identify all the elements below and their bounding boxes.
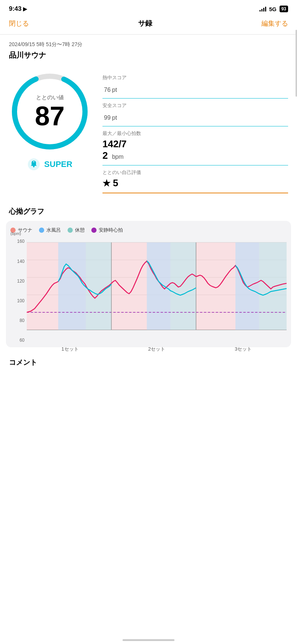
svg-rect-19 [235, 242, 259, 330]
svg-point-4 [33, 161, 35, 162]
graph-legend: サウナ 水風呂 休憩 安静時心拍 [10, 227, 287, 234]
self-eval-number: 5 [113, 177, 118, 189]
y-label-160: 160 [10, 239, 25, 244]
nav-bar: 閉じる サ録 編集する [0, 16, 297, 34]
heart-rate-number: 142/7 [102, 138, 127, 149]
concentration-label: 熱中スコア [102, 74, 288, 81]
x-label-2: 2セット [148, 346, 165, 352]
legend-rest-label: 休憩 [75, 227, 85, 234]
safety-label: 安全スコア [102, 102, 288, 109]
self-eval-label: ととのい自己評価 [102, 169, 288, 176]
edit-button[interactable]: 編集する [261, 19, 288, 28]
safety-value: 99pt [102, 110, 288, 122]
y-label-60: 60 [10, 338, 25, 343]
signal-bar-1 [260, 10, 261, 12]
y-label-80: 80 [10, 318, 25, 323]
heart-rate-label: 最大／最小心拍数 [102, 130, 288, 137]
graph-section-title: 心拗グラフ [0, 201, 297, 221]
legend-cold: 水風呂 [39, 227, 61, 234]
status-bar: 9:43 ▶ 5G 93 [0, 0, 297, 16]
session-place: 品川サウナ [9, 50, 288, 60]
session-date: 2024/09/15 5時 51分〜7時 27分 [9, 41, 288, 48]
status-time: 9:43 ▶ [9, 5, 27, 13]
stats-section: ととのい値 87 SUPER 熱中スコア 76pt 安全ス [0, 65, 297, 201]
comment-section: コメント [0, 355, 297, 378]
nav-title: サ録 [138, 19, 152, 28]
signal-bar-4 [265, 7, 266, 12]
circle-gauge-container: ととのい値 87 SUPER [9, 71, 91, 171]
svg-rect-17 [170, 242, 196, 330]
self-eval: ととのい自己評価 ★ 5 [102, 165, 288, 193]
star-icon: ★ [102, 178, 111, 189]
safety-unit: pt [112, 115, 117, 121]
location-icon: ▶ [23, 6, 27, 12]
y-label-140: 140 [10, 259, 25, 264]
legend-dot-rest-hr [91, 228, 97, 233]
legend-dot-rest [68, 228, 73, 233]
circle-label: ととのい値 [35, 94, 65, 101]
legend-rest-hr-label: 安静時心拍 [99, 227, 123, 234]
y-axis: 160 140 120 100 80 60 [10, 239, 25, 343]
y-label-100: 100 [10, 298, 25, 303]
y-label-120: 120 [10, 278, 25, 284]
heart-rate-number2: 2 [102, 150, 108, 161]
concentration-number: 76 [104, 87, 111, 93]
legend-dot-cold [39, 228, 44, 233]
network-type: 5G [269, 6, 277, 12]
graph-area: (bpm) 160 140 120 100 80 60 [27, 239, 287, 343]
heart-rate-unit: bpm [112, 154, 124, 160]
svg-rect-13 [58, 242, 86, 330]
concentration-value: 76pt [102, 83, 288, 94]
x-label-1: 1セット [62, 346, 79, 352]
battery-level: 93 [280, 6, 288, 12]
circle-value: 87 [35, 103, 65, 129]
safety-number: 99 [104, 115, 111, 121]
signal-bar-3 [263, 8, 264, 12]
super-badge: SUPER [27, 158, 72, 171]
legend-cold-label: 水風呂 [46, 227, 61, 234]
x-axis-labels: 1セット 2セット 3セット [27, 346, 287, 352]
signal-bars [260, 6, 266, 12]
super-text: SUPER [44, 160, 72, 169]
circle-inner: ととのい値 87 [35, 94, 65, 129]
status-right: 5G 93 [260, 6, 288, 12]
heart-rate-value2: 2 bpm [102, 150, 288, 161]
x-label-3: 3セット [235, 346, 252, 352]
heart-rate-value: 142/7 [102, 138, 288, 150]
safety-score: 安全スコア 99pt [102, 99, 288, 126]
home-indicator [123, 639, 174, 641]
circle-gauge: ととのい値 87 [9, 71, 91, 152]
y-bpm-title: (bpm) [10, 231, 21, 236]
legend-rest: 休憩 [68, 227, 85, 234]
session-info: 2024/09/15 5時 51分〜7時 27分 品川サウナ [0, 35, 297, 65]
graph-svg [27, 239, 287, 343]
self-eval-value: ★ 5 [102, 177, 288, 189]
scroll-indicator [296, 30, 297, 97]
comment-title: コメント [9, 358, 288, 367]
heart-rate: 最大／最小心拍数 142/7 2 bpm [102, 126, 288, 165]
concentration-unit: pt [112, 87, 117, 93]
score-details: 熱中スコア 76pt 安全スコア 99pt 最大／最小心拍数 142/7 2 b… [102, 71, 288, 193]
legend-rest-hr: 安静時心拍 [91, 227, 123, 234]
close-button[interactable]: 閉じる [9, 19, 29, 28]
time-display: 9:43 [9, 5, 22, 13]
heart-rate-graph-container: サウナ 水風呂 休憩 安静時心拍 (bpm) 160 140 120 100 8… [6, 221, 291, 347]
svg-rect-20 [259, 242, 287, 330]
bell-icon [27, 158, 40, 171]
concentration-score: 熱中スコア 76pt [102, 71, 288, 99]
signal-bar-2 [261, 9, 262, 12]
